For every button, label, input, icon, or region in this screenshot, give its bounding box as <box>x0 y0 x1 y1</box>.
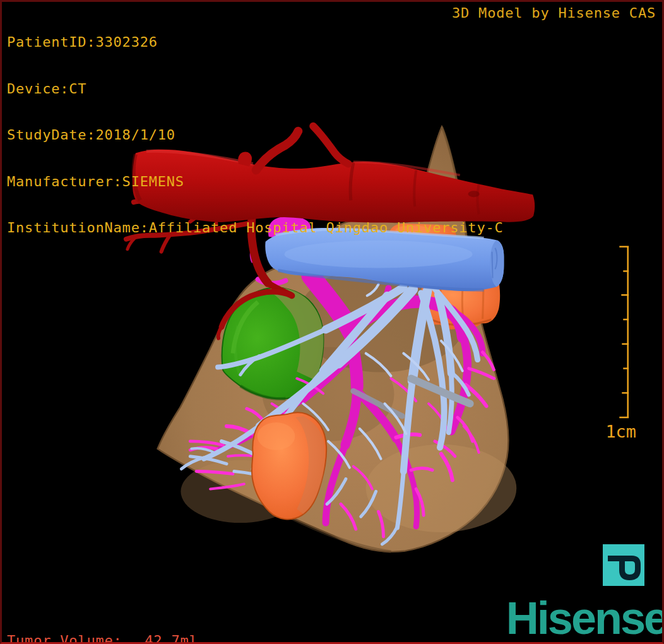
scale-bar-label: 1cm <box>605 422 636 441</box>
manufacturer-line: Manufacturer:SIEMENS <box>7 174 504 190</box>
study-date-line: StudyDate:2018/1/10 <box>7 128 504 143</box>
hisense-wordmark: Hisense <box>506 595 664 641</box>
hisense-cas-logo-icon <box>603 544 644 586</box>
tumor-volume-label: Tumor Volume: <box>7 633 122 644</box>
model-title: 3D Model by Hisense CAS <box>452 5 656 21</box>
device-line: Device:CT <box>7 81 504 97</box>
tumor-volume-row: Tumor Volume: 42.7ml <box>7 632 202 644</box>
scale-bar <box>619 247 629 418</box>
institution-line: InstitutionName:Affiliated Hospital Qing… <box>7 220 504 236</box>
tumor-volume-value: 42.7ml <box>131 632 198 644</box>
patient-info-block: PatientID:3302326 Device:CT StudyDate:20… <box>7 4 504 267</box>
volume-info-block: Tumor Volume: 42.7ml Liver Volume: 1040.… <box>7 598 202 644</box>
patient-id-line: PatientID:3302326 <box>7 35 504 51</box>
app-window: 1cm PatientID:3302326 Device:CT StudyDat… <box>0 0 664 644</box>
